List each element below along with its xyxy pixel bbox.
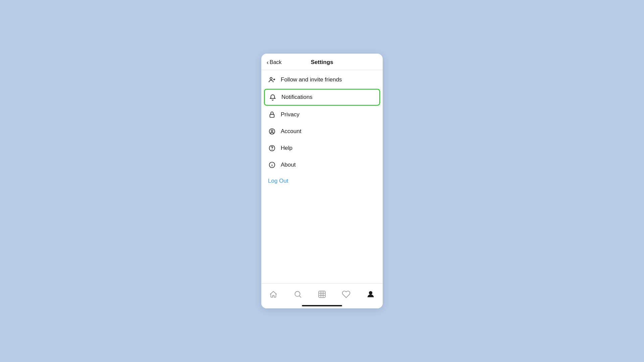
menu-item-follow[interactable]: Follow and invite friends — [261, 71, 383, 88]
home-bar — [302, 305, 342, 306]
svg-rect-1 — [270, 114, 274, 117]
follow-label: Follow and invite friends — [281, 76, 342, 83]
phone-container: ‹ Back Settings Follow and invite friend… — [261, 54, 383, 308]
svg-line-10 — [299, 296, 301, 298]
settings-menu: Follow and invite friends Notifications … — [261, 70, 383, 283]
menu-item-about[interactable]: About — [261, 157, 383, 173]
nav-home[interactable] — [266, 287, 281, 302]
nav-activity[interactable] — [339, 287, 354, 302]
notifications-label: Notifications — [281, 94, 313, 101]
svg-point-8 — [272, 164, 272, 164]
home-icon — [269, 290, 278, 299]
follow-icon — [268, 76, 276, 84]
help-icon — [268, 144, 276, 152]
page-title: Settings — [311, 59, 333, 66]
account-label: Account — [281, 128, 301, 135]
back-chevron-icon: ‹ — [267, 59, 269, 65]
nav-reels[interactable] — [315, 287, 329, 302]
home-indicator — [261, 304, 383, 308]
reels-icon — [318, 290, 326, 299]
svg-point-5 — [272, 149, 272, 150]
account-icon — [268, 127, 276, 135]
svg-rect-11 — [319, 291, 325, 298]
logout-label: Log Out — [268, 178, 288, 184]
svg-point-9 — [295, 291, 300, 296]
menu-item-account[interactable]: Account — [261, 123, 383, 140]
bell-icon — [269, 93, 277, 101]
search-icon — [293, 290, 302, 299]
logout-item[interactable]: Log Out — [261, 173, 383, 189]
nav-profile[interactable] — [363, 287, 378, 302]
privacy-label: Privacy — [281, 111, 300, 118]
about-label: About — [281, 162, 296, 168]
back-label: Back — [270, 59, 282, 65]
svg-point-0 — [270, 77, 272, 79]
back-button[interactable]: ‹ Back — [267, 59, 282, 65]
settings-header: ‹ Back Settings — [261, 54, 383, 70]
svg-point-3 — [271, 130, 273, 132]
help-label: Help — [281, 145, 292, 152]
heart-icon — [342, 290, 351, 299]
menu-item-privacy[interactable]: Privacy — [261, 106, 383, 123]
menu-item-help[interactable]: Help — [261, 140, 383, 157]
svg-point-12 — [369, 291, 372, 294]
bottom-navigation — [261, 283, 383, 304]
profile-icon — [366, 290, 375, 299]
nav-search[interactable] — [290, 287, 305, 302]
lock-icon — [268, 111, 276, 119]
info-icon — [268, 161, 276, 169]
menu-item-notifications[interactable]: Notifications — [264, 89, 380, 106]
